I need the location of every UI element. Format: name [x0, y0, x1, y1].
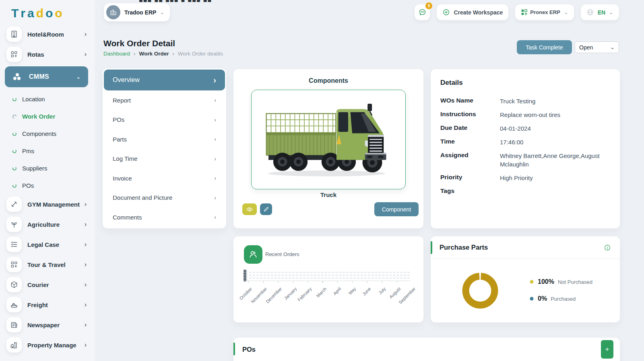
circle-icon [12, 114, 17, 119]
erp-menu-button[interactable]: Pronex ERP ⌄ [515, 4, 574, 20]
chat-button[interactable]: 0 [415, 4, 430, 20]
chevron-right-icon: › [134, 51, 135, 57]
dumbbell-icon [6, 197, 22, 212]
tab-invoice[interactable]: Invoice› [104, 168, 225, 188]
tab-parts[interactable]: Parts› [104, 129, 225, 149]
detail-row: Due Date04-01-2024 [440, 124, 610, 133]
sidebar-item-label: Courier [27, 281, 49, 288]
detail-row: WOs NameTruck Testing [440, 97, 610, 105]
sidebar-subitem-label: POs [22, 182, 34, 189]
component-image[interactable] [251, 90, 406, 189]
components-title: Components [233, 77, 423, 84]
x-axis [247, 281, 411, 283]
erp-menu-label: Pronex ERP [530, 9, 560, 15]
sidebar-subitem-suppliers[interactable]: Suppliers [0, 160, 95, 177]
chevron-right-icon: › [214, 136, 216, 142]
tab-comments[interactable]: Comments› [104, 207, 225, 227]
purchase-parts-title: Purchase Parts [440, 244, 488, 251]
workspace-avatar [106, 5, 120, 19]
sidebar-item-property-manage[interactable]: Property Manage › [0, 335, 95, 355]
chevron-down-icon: ⌄ [564, 9, 568, 15]
add-po-button[interactable]: + [601, 340, 613, 359]
package-icon [6, 277, 22, 292]
language-label: EN [598, 9, 605, 16]
chevron-right-icon: › [214, 117, 216, 123]
logo-letter: r [21, 6, 27, 20]
sidebar-subitem-components[interactable]: Components [0, 125, 95, 142]
circle-icon [12, 166, 17, 171]
tab-report[interactable]: Report› [104, 90, 225, 110]
recent-orders-card: Recent Orders October November December … [233, 236, 423, 322]
tab-log-time[interactable]: Log Time› [104, 149, 225, 169]
logo-letter: T [11, 6, 21, 20]
chevron-down-icon: ⌄ [609, 9, 613, 15]
pos-card: POs + [233, 338, 620, 361]
legend-item: 0% Purchased [530, 295, 592, 302]
sidebar-item-agriculture[interactable]: Agriculture › [0, 214, 95, 234]
workspace-name: Tradoo ERP [124, 9, 156, 16]
task-complete-button[interactable]: Task Complete [517, 40, 572, 54]
edit-button[interactable] [260, 203, 272, 215]
chevron-right-icon: › [85, 201, 87, 207]
detail-label: Due Date [440, 124, 500, 133]
sidebar-item-label: Rotas [27, 51, 44, 58]
logo-letter: o [55, 6, 64, 20]
sidebar-item-courier[interactable]: Courier › [0, 275, 95, 295]
grid-plus-icon [521, 9, 528, 16]
sidebar-subitem-pms[interactable]: Pms [0, 142, 95, 160]
sidebar-item-label: Legal Case [27, 241, 59, 248]
info-icon[interactable] [604, 244, 611, 251]
chevron-right-icon: › [85, 302, 87, 308]
detail-row: Time17:46:00 [440, 138, 610, 146]
create-workspace-button[interactable]: Create Workspace [437, 4, 508, 20]
sidebar-subitem-label: Pms [22, 148, 34, 154]
tab-label: Document and Picture [113, 194, 172, 201]
breadcrumb-current: Work Order deatils [178, 51, 223, 57]
sidebar-item-label: Freight [27, 302, 48, 308]
topbar-actions: 0 Create Workspace Pronex ERP ⌄ EN ⌄ [415, 4, 619, 20]
tab-pos[interactable]: POs› [104, 110, 225, 130]
legend-label: Not Purchased [558, 279, 592, 285]
work-order-nav-card: Overview › Report› POs› Parts› Log Time›… [103, 68, 226, 228]
sidebar-item-newspaper[interactable]: Newspaper › [0, 315, 95, 335]
eye-icon [246, 206, 253, 213]
property-icon [6, 337, 22, 353]
sidebar-item-legal-case[interactable]: Legal Case › [0, 234, 95, 254]
legend-percent: 0% [538, 295, 547, 302]
circle-icon [12, 183, 17, 188]
language-selector[interactable]: EN ⌄ [581, 4, 619, 20]
detail-value [500, 187, 608, 195]
chevron-right-icon: › [214, 156, 216, 162]
chevron-right-icon: › [214, 195, 216, 201]
legend-dot [530, 280, 534, 284]
truck-illustration [259, 100, 398, 179]
view-button[interactable] [242, 203, 257, 215]
sidebar-item-freight[interactable]: Freight › [0, 295, 95, 315]
sidebar-item-gym-management[interactable]: GYM Management › [0, 194, 95, 214]
y-axis-compressed-labels [244, 270, 246, 281]
app-root: Tradoo Hotel&Room › Rotas › CMMS ⌄ Loc [0, 0, 644, 361]
tab-label: Log Time [113, 155, 138, 162]
tab-document-picture[interactable]: Document and Picture› [104, 188, 225, 208]
breadcrumb-dashboard[interactable]: Dashboard [103, 51, 130, 57]
workspace-switcher[interactable]: Tradoo ERP ⌄ [104, 3, 170, 21]
sidebar-item-rotas[interactable]: Rotas › [0, 44, 95, 64]
sidebar-subitem-label: Work Order [22, 113, 55, 120]
sidebar-subitem-location[interactable]: Location [0, 90, 95, 108]
chevron-right-icon: › [85, 221, 87, 228]
legend-dot [530, 297, 534, 301]
sidebar-subitem-pos[interactable]: POs [0, 177, 95, 194]
sidebar-item-label: Property Manage [27, 342, 76, 349]
purchase-parts-card: Purchase Parts 100% Not Purchased 0% Pur… [431, 236, 620, 322]
chevron-right-icon: › [85, 322, 87, 328]
breadcrumb-work-order[interactable]: Work Order [139, 51, 169, 57]
pencil-icon [263, 206, 269, 212]
sidebar-item-cmms[interactable]: CMMS ⌄ [5, 66, 88, 87]
component-button[interactable]: Component [374, 202, 419, 216]
sidebar-item-tour-travel[interactable]: Tour & Travel › [0, 254, 95, 275]
tab-overview[interactable]: Overview › [104, 70, 225, 90]
dots-icon [12, 72, 23, 81]
sidebar-subitem-work-order[interactable]: Work Order [0, 108, 95, 125]
sidebar-item-hotel-room[interactable]: Hotel&Room › [0, 24, 95, 44]
status-select[interactable]: Open ⌄ [575, 41, 619, 53]
